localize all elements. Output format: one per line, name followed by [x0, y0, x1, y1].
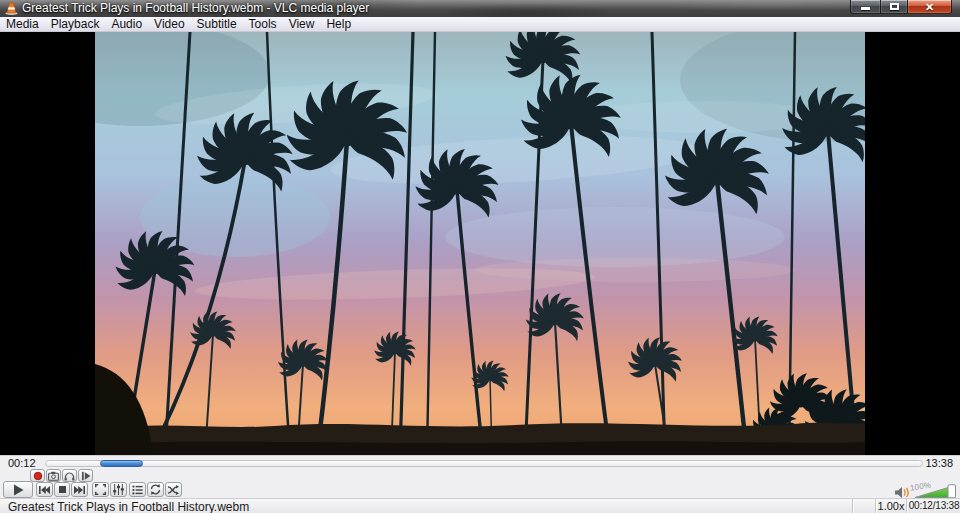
- record-icon: [33, 471, 43, 481]
- window-controls: ✕: [850, 0, 952, 14]
- loop-a-b-icon: [64, 471, 75, 481]
- status-bar: Greatest Trick Plays in Football History…: [0, 498, 960, 513]
- loop-icon: [150, 484, 161, 495]
- menu-view[interactable]: View: [283, 18, 321, 31]
- close-icon: ✕: [925, 1, 934, 13]
- fullscreen-icon: [95, 484, 106, 495]
- random-button[interactable]: [165, 482, 182, 497]
- time-total: 13:38: [925, 457, 953, 469]
- play-icon: [13, 484, 24, 496]
- seek-handle[interactable]: [100, 460, 143, 467]
- frame-step-icon: [81, 471, 91, 481]
- menu-bar: Media Playback Audio Video Subtitle Tool…: [0, 17, 960, 32]
- maximize-button[interactable]: [880, 0, 908, 14]
- minimize-icon: [861, 7, 870, 10]
- fullscreen-button[interactable]: [92, 482, 109, 497]
- menu-audio[interactable]: Audio: [105, 18, 148, 31]
- vlc-window: Greatest Trick Plays in Football History…: [0, 0, 960, 513]
- menu-subtitle[interactable]: Subtitle: [191, 18, 243, 31]
- seek-bar[interactable]: [45, 460, 923, 467]
- next-button[interactable]: [71, 482, 88, 497]
- camera-icon: [48, 471, 59, 481]
- playlist-icon: [132, 485, 143, 495]
- menu-media[interactable]: Media: [0, 18, 45, 31]
- stop-button[interactable]: [54, 482, 70, 497]
- menu-tools[interactable]: Tools: [243, 18, 283, 31]
- stop-icon: [59, 486, 66, 493]
- maximize-icon: [890, 3, 899, 10]
- volume-slider[interactable]: [914, 484, 958, 499]
- shuffle-icon: [168, 485, 179, 495]
- status-filename: Greatest Trick Plays in Football History…: [8, 500, 249, 513]
- window-title: Greatest Trick Plays in Football History…: [22, 1, 369, 15]
- video-area[interactable]: [0, 32, 960, 455]
- loop-a-to-b-button[interactable]: [62, 469, 77, 482]
- video-frame-palm-sunset[interactable]: [95, 32, 865, 455]
- equalizer-sliders-icon: [113, 484, 124, 495]
- snapshot-button[interactable]: [46, 469, 61, 482]
- minimize-button[interactable]: [850, 0, 880, 14]
- time-elapsed: 00:12: [8, 457, 36, 469]
- menu-help[interactable]: Help: [320, 18, 357, 31]
- close-button[interactable]: ✕: [908, 0, 952, 14]
- previous-icon: [39, 486, 50, 494]
- menu-playback[interactable]: Playback: [45, 18, 106, 31]
- status-time-display[interactable]: 00:12/13:38: [906, 499, 960, 513]
- title-bar[interactable]: Greatest Trick Plays in Football History…: [0, 0, 960, 17]
- extended-settings-button[interactable]: [110, 482, 127, 497]
- vlc-cone-icon: [5, 2, 18, 15]
- next-icon: [74, 486, 85, 494]
- play-button[interactable]: [3, 481, 33, 498]
- frame-by-frame-button[interactable]: [78, 469, 93, 482]
- playlist-button[interactable]: [129, 482, 146, 497]
- playback-speed[interactable]: 1.00x: [875, 499, 906, 513]
- control-panel: 00:12 13:38: [0, 455, 960, 498]
- volume-handle[interactable]: [948, 485, 956, 498]
- status-spacer-cell: [852, 499, 875, 513]
- menu-video[interactable]: Video: [148, 18, 190, 31]
- record-button[interactable]: [30, 469, 45, 482]
- previous-button[interactable]: [36, 482, 53, 497]
- loop-button[interactable]: [147, 482, 164, 497]
